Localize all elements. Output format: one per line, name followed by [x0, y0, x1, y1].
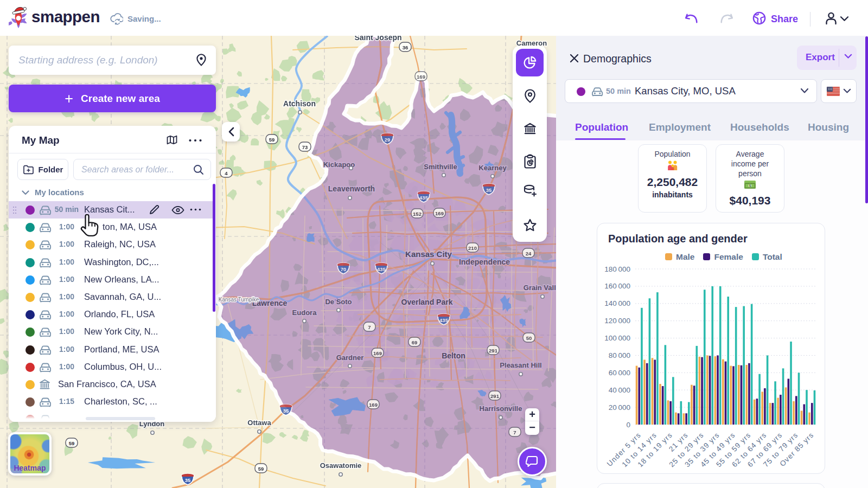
- svg-text:80 000: 80 000: [609, 351, 630, 359]
- svg-text:59: 59: [258, 466, 264, 472]
- svg-text:$: $: [749, 184, 751, 188]
- svg-text:210: 210: [468, 245, 477, 251]
- svg-text:35: 35: [283, 408, 289, 414]
- svg-text:7: 7: [513, 429, 516, 435]
- svg-text:Osawatomie: Osawatomie: [320, 461, 362, 470]
- svg-text:60 000: 60 000: [609, 369, 630, 377]
- svg-text:435: 435: [419, 195, 429, 201]
- svg-text:169: 169: [369, 402, 378, 408]
- svg-text:Grain Valley: Grain Valley: [524, 284, 559, 292]
- svg-text:Kansas Turnpike: Kansas Turnpike: [219, 297, 259, 303]
- svg-text:4: 4: [225, 170, 228, 176]
- svg-text:120 000: 120 000: [604, 317, 630, 325]
- svg-text:40 000: 40 000: [609, 386, 630, 394]
- svg-text:59: 59: [269, 137, 275, 143]
- svg-text:Saint Joseph: Saint Joseph: [354, 36, 401, 42]
- svg-text:Kearney: Kearney: [478, 164, 507, 172]
- svg-text:36: 36: [403, 44, 409, 50]
- svg-text:Kansas City: Kansas City: [405, 249, 452, 259]
- svg-text:29: 29: [385, 137, 391, 143]
- svg-text:291: 291: [490, 393, 500, 399]
- svg-text:0: 0: [626, 421, 630, 429]
- svg-text:180 000: 180 000: [604, 265, 630, 273]
- svg-text:291: 291: [489, 348, 498, 354]
- svg-text:Smithville: Smithville: [424, 163, 457, 171]
- svg-text:Gardner: Gardner: [336, 354, 364, 362]
- svg-text:20 000: 20 000: [609, 403, 630, 412]
- svg-text:Independence: Independence: [459, 258, 510, 266]
- svg-text:69: 69: [412, 339, 418, 345]
- svg-text:100 000: 100 000: [604, 334, 630, 342]
- svg-text:35: 35: [185, 477, 191, 483]
- svg-text:24: 24: [526, 251, 532, 256]
- svg-text:435: 435: [377, 266, 386, 272]
- svg-text:De Soto: De Soto: [325, 298, 352, 306]
- svg-text:435: 435: [439, 317, 449, 323]
- svg-text:169: 169: [373, 350, 382, 356]
- svg-text:7: 7: [368, 324, 371, 330]
- svg-text:Overland Park: Overland Park: [401, 298, 453, 306]
- svg-text:Belton: Belton: [442, 351, 465, 360]
- svg-text:70: 70: [341, 266, 347, 272]
- svg-text:Harrisonville: Harrisonville: [480, 404, 522, 413]
- svg-text:152: 152: [413, 211, 422, 217]
- svg-text:Ottawa: Ottawa: [247, 419, 271, 427]
- svg-text:169: 169: [435, 210, 444, 216]
- svg-text:Atchison: Atchison: [283, 99, 316, 108]
- svg-text:59: 59: [69, 440, 75, 446]
- svg-text:160 000: 160 000: [604, 282, 630, 290]
- svg-text:140 000: 140 000: [604, 299, 630, 307]
- svg-text:73: 73: [302, 144, 308, 150]
- svg-text:35: 35: [486, 187, 492, 193]
- svg-text:Leavenworth: Leavenworth: [328, 184, 375, 193]
- svg-text:50: 50: [526, 335, 532, 341]
- svg-text:169: 169: [417, 74, 425, 80]
- svg-text:Pleasant Hill: Pleasant Hill: [500, 361, 541, 369]
- svg-text:Eudora: Eudora: [292, 309, 317, 317]
